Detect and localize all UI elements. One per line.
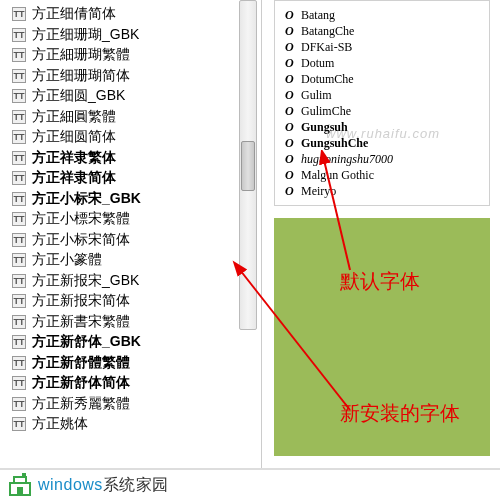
annotation-new-font: 新安装的字体 [340,400,460,427]
installed-fonts-panel: TT方正细倩简体TT方正细珊瑚_GBKTT方正細珊瑚繁體TT方正细珊瑚简体TT方… [0,0,262,500]
system-font-name-label: BatangChe [301,24,354,39]
footer-logo-icon [8,473,32,497]
font-item[interactable]: TT方正姚体 [0,414,261,435]
annotation-default-font: 默认字体 [340,268,420,295]
system-font-name-label: Meiryo [301,184,336,199]
font-item[interactable]: TT方正細圓繁體 [0,107,261,128]
font-name-label: 方正细倩简体 [32,5,116,23]
scrollbar-thumb[interactable] [241,141,255,191]
font-name-label: 方正新舒體繁體 [32,354,130,372]
opentype-icon: O [285,120,297,135]
font-name-label: 方正小篆體 [32,251,102,269]
system-font-item[interactable]: ODFKai-SB [279,39,485,55]
opentype-icon: O [285,8,297,23]
font-name-label: 方正祥隶繁体 [32,149,116,167]
system-font-name-label: DFKai-SB [301,40,352,55]
opentype-icon: O [285,152,297,167]
opentype-icon: O [285,104,297,119]
footer-brand: windows系统家园 [38,475,169,496]
scrollbar[interactable] [239,0,257,330]
font-item[interactable]: TT方正祥隶繁体 [0,148,261,169]
watermark: www.ruhaifu.com [326,126,440,141]
truetype-icon: TT [12,356,26,370]
system-font-item[interactable]: OGulimChe [279,103,485,119]
system-font-name-label: Dotum [301,56,334,71]
truetype-icon: TT [12,48,26,62]
opentype-icon: O [285,88,297,103]
font-item[interactable]: TT方正细倩简体 [0,4,261,25]
font-name-label: 方正细珊瑚简体 [32,67,130,85]
font-name-label: 方正新舒体_GBK [32,333,141,351]
font-item[interactable]: TT方正新报宋简体 [0,291,261,312]
truetype-icon: TT [12,397,26,411]
font-name-label: 方正新書宋繁體 [32,313,130,331]
truetype-icon: TT [12,417,26,431]
font-name-label: 方正小標宋繁體 [32,210,130,228]
font-name-label: 方正細圓繁體 [32,108,116,126]
system-font-name-label: GulimChe [301,104,351,119]
font-name-label: 方正姚体 [32,415,88,433]
font-name-label: 方正細珊瑚繁體 [32,46,130,64]
system-font-name-label: huguoningshu7000 [301,152,393,167]
opentype-icon: O [285,24,297,39]
truetype-icon: TT [12,274,26,288]
font-name-label: 方正细圆_GBK [32,87,125,105]
opentype-icon: O [285,136,297,151]
opentype-icon: O [285,72,297,87]
font-item[interactable]: TT方正小標宋繁體 [0,209,261,230]
font-item[interactable]: TT方正细珊瑚简体 [0,66,261,87]
font-item[interactable]: TT方正细珊瑚_GBK [0,25,261,46]
font-item[interactable]: TT方正細珊瑚繁體 [0,45,261,66]
truetype-icon: TT [12,130,26,144]
font-item[interactable]: TT方正新書宋繁體 [0,312,261,333]
font-name-label: 方正新报宋_GBK [32,272,139,290]
system-font-name-label: DotumChe [301,72,354,87]
system-font-item[interactable]: ODotum [279,55,485,71]
system-font-item[interactable]: OMeiryo [279,183,485,199]
opentype-icon: O [285,168,297,183]
opentype-icon: O [285,40,297,55]
font-name-label: 方正小标宋_GBK [32,190,141,208]
svg-rect-3 [22,473,26,478]
system-font-item[interactable]: OBatangChe [279,23,485,39]
opentype-icon: O [285,56,297,71]
font-item[interactable]: TT方正新报宋_GBK [0,271,261,292]
font-item[interactable]: TT方正新秀麗繁體 [0,394,261,415]
truetype-icon: TT [12,335,26,349]
truetype-icon: TT [12,28,26,42]
font-item[interactable]: TT方正新舒體繁體 [0,353,261,374]
font-name-label: 方正新报宋简体 [32,292,130,310]
system-fonts-panel: OBatangOBatangCheODFKai-SBODotumODotumCh… [274,0,490,206]
truetype-icon: TT [12,171,26,185]
truetype-icon: TT [12,110,26,124]
system-font-item[interactable]: ODotumChe [279,71,485,87]
truetype-icon: TT [12,212,26,226]
opentype-icon: O [285,184,297,199]
system-font-item[interactable]: OGulim [279,87,485,103]
system-font-item[interactable]: Ohuguoningshu7000 [279,151,485,167]
truetype-icon: TT [12,89,26,103]
truetype-icon: TT [12,7,26,21]
font-name-label: 方正新秀麗繁體 [32,395,130,413]
font-item[interactable]: TT方正小标宋_GBK [0,189,261,210]
truetype-icon: TT [12,294,26,308]
font-item[interactable]: TT方正新舒体简体 [0,373,261,394]
svg-rect-4 [17,487,23,495]
truetype-icon: TT [12,315,26,329]
font-item[interactable]: TT方正细圆_GBK [0,86,261,107]
font-item[interactable]: TT方正祥隶简体 [0,168,261,189]
truetype-icon: TT [12,233,26,247]
truetype-icon: TT [12,192,26,206]
font-item[interactable]: TT方正细圆简体 [0,127,261,148]
system-font-item[interactable]: OBatang [279,7,485,23]
font-item[interactable]: TT方正小篆體 [0,250,261,271]
truetype-icon: TT [12,376,26,390]
font-item[interactable]: TT方正新舒体_GBK [0,332,261,353]
font-item[interactable]: TT方正小标宋简体 [0,230,261,251]
font-name-label: 方正祥隶简体 [32,169,116,187]
truetype-icon: TT [12,151,26,165]
font-list: TT方正细倩简体TT方正细珊瑚_GBKTT方正細珊瑚繁體TT方正细珊瑚简体TT方… [0,4,261,435]
system-font-item[interactable]: OMalgun Gothic [279,167,485,183]
truetype-icon: TT [12,69,26,83]
font-name-label: 方正新舒体简体 [32,374,130,392]
